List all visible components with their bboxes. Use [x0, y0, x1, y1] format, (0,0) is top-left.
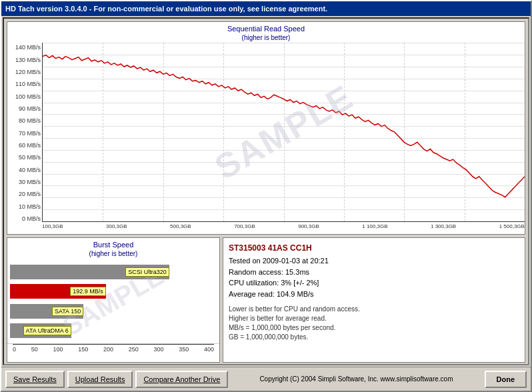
- x-axis: 100,3GB 300,3GB 500,3GB 700,3GB 900,3GB …: [42, 222, 525, 234]
- drive-name: ST315003 41AS CC1H: [229, 242, 519, 254]
- upload-results-button[interactable]: Upload Results: [67, 371, 133, 388]
- burst-bar-row-2: 192.9 MB/s: [10, 282, 214, 301]
- burst-x-axis: 0 50 100 150 200 250 300 350 400: [7, 343, 219, 362]
- burst-bar-scsi: SCSI Ultra320: [10, 265, 169, 279]
- y-axis: 140 MB/s 130 MB/s 120 MB/s 110 MB/s 100 …: [7, 43, 42, 234]
- burst-bar-row-3: SATA 150: [10, 302, 214, 321]
- bottom-section: Burst Speed (higher is better) SAMPLE SC…: [7, 237, 525, 363]
- info-notes: Lower is better for CPU and random acces…: [229, 305, 519, 342]
- info-details: Tested on 2009-01-03 at 20:21 Random acc…: [229, 255, 519, 299]
- burst-plot: SAMPLE SCSI Ultra320 192.9 MB/s: [7, 259, 219, 343]
- burst-bar-row-1: SCSI Ultra320: [10, 263, 214, 281]
- burst-chart-title: Burst Speed (higher is better): [7, 238, 219, 259]
- burst-label-sata: SATA 150: [52, 307, 83, 316]
- title-text: HD Tach version 3.0.4.0 - For non-commer…: [5, 5, 327, 13]
- footer: Save Results Upload Results Compare Anot…: [1, 367, 531, 391]
- burst-bar-sata: SATA 150: [10, 304, 83, 319]
- burst-x-ticks: 0 50 100 150 200 250 300 350 400: [13, 346, 214, 353]
- info-panel: ST315003 41AS CC1H Tested on 2009-01-03 …: [223, 237, 525, 363]
- main-window: HD Tach version 3.0.4.0 - For non-commer…: [0, 0, 532, 392]
- copyright-text: Copyright (C) 2004 Simpli Software, Inc.…: [231, 375, 481, 383]
- seq-chart-plot-area: 140 MB/s 130 MB/s 120 MB/s 110 MB/s 100 …: [7, 43, 525, 234]
- seq-chart-title: Sequential Read Speed (higher is better): [7, 22, 525, 43]
- title-bar: HD Tach version 3.0.4.0 - For non-commer…: [1, 1, 531, 16]
- done-button[interactable]: Done: [485, 371, 527, 388]
- compare-another-drive-button[interactable]: Compare Another Drive: [135, 371, 228, 388]
- seq-chart-plot: SAMPLE: [42, 43, 525, 222]
- content-area: Sequential Read Speed (higher is better)…: [3, 17, 529, 365]
- burst-label-drive: 192.9 MB/s: [70, 287, 106, 296]
- burst-bar-row-4: ATA UltraDMA 6: [10, 321, 214, 340]
- save-results-button[interactable]: Save Results: [5, 371, 65, 388]
- burst-bar-drive: 192.9 MB/s: [10, 284, 106, 299]
- burst-label-ata: ATA UltraDMA 6: [23, 326, 71, 335]
- seq-chart-container: Sequential Read Speed (higher is better)…: [7, 21, 525, 235]
- burst-bar-ata: ATA UltraDMA 6: [10, 323, 71, 338]
- burst-label-scsi: SCSI Ultra320: [125, 267, 169, 277]
- seq-chart-svg: [43, 43, 525, 221]
- burst-chart: Burst Speed (higher is better) SAMPLE SC…: [7, 237, 220, 363]
